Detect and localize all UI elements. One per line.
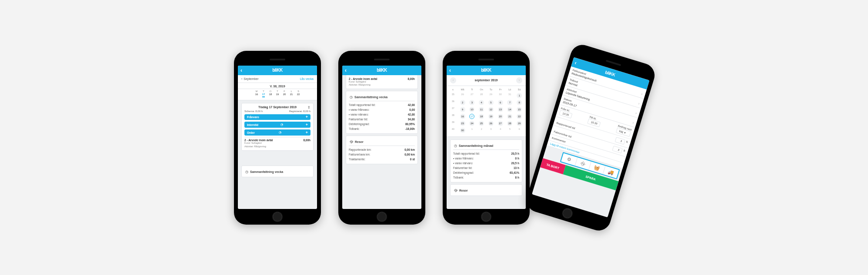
calendar-day-cell[interactable]: 11 xyxy=(477,106,486,113)
week-day-cell[interactable]: F20 xyxy=(281,90,288,98)
calendar-day-cell[interactable]: 31 xyxy=(505,92,515,99)
calendar-day-header: On xyxy=(477,87,486,92)
phone-2-screen: ‹ bliKK 2 - Arvode inom avtal 8,00h Kund… xyxy=(342,66,421,209)
week-day-cell[interactable]: S22 xyxy=(295,90,302,98)
calendar-day-cell[interactable]: 13 xyxy=(496,106,505,113)
calendar-day-cell[interactable]: 14 xyxy=(505,106,515,113)
summary-row: • varav närvaro:42,00 xyxy=(349,112,415,117)
calendar-day-cell[interactable]: 15 xyxy=(514,106,524,113)
calendar-day-cell[interactable]: 28 xyxy=(477,92,486,99)
entry-hours: 8,00h xyxy=(407,77,415,80)
reported-time-unit: h xyxy=(625,140,628,146)
summary-row: • varav närvaro:20,5 h xyxy=(453,161,519,166)
back-icon[interactable]: ‹ xyxy=(345,68,347,73)
lock-week-link[interactable]: Lås vecka xyxy=(300,77,314,80)
summary-row: • varav frånvaro:0 h xyxy=(453,156,519,161)
billable-time-unit: h xyxy=(623,149,626,154)
calendar-day-cell[interactable]: 30 xyxy=(458,127,467,134)
next-month-button[interactable]: › xyxy=(516,77,522,83)
calendar-day-cell[interactable]: 2 xyxy=(477,127,486,134)
calendar-day-cell[interactable]: 4 xyxy=(477,99,486,106)
time-entry[interactable]: 2 - Arvode inom avtal 8,00h Kund: Sofiag… xyxy=(244,137,310,148)
billable-time-input[interactable]: 3 xyxy=(612,146,623,153)
category-pill[interactable]: Interntid◔+ xyxy=(244,122,310,128)
calendar-day-cell[interactable]: 28 xyxy=(505,120,515,127)
calendar-day-cell[interactable]: 7 xyxy=(505,99,515,106)
calendar-day-cell[interactable]: 27 xyxy=(496,120,505,127)
calendar-day-cell[interactable]: 12 xyxy=(486,106,496,113)
week-number: 40 xyxy=(448,127,458,134)
truck-icon[interactable]: 🚚 xyxy=(602,166,619,178)
chevron-right-icon: › xyxy=(638,101,641,105)
back-icon[interactable]: ‹ xyxy=(449,68,451,73)
calendar-day-cell[interactable]: 4 xyxy=(496,127,505,134)
calendar-day-cell[interactable]: 2 xyxy=(458,99,467,106)
prev-month-button[interactable]: ‹ xyxy=(450,77,456,83)
calendar-day-cell[interactable]: 27 xyxy=(467,92,477,99)
calendar-day-cell[interactable]: 23 xyxy=(458,120,467,127)
calendar-day-cell[interactable]: 1 xyxy=(514,92,524,99)
phone-2-frame: ‹ bliKK 2 - Arvode inom avtal 8,00h Kund… xyxy=(338,51,425,225)
app-header: ‹ bliKK xyxy=(342,66,421,75)
calendar-day-cell[interactable]: 21 xyxy=(505,113,515,120)
category-pill[interactable]: Order◔+ xyxy=(244,129,310,136)
summary-row: Totalt rapporterad tid:20,5 h xyxy=(453,151,519,156)
summary-row: Rapporterade km:0,00 km xyxy=(349,147,415,152)
calendar-day-cell[interactable]: 9 xyxy=(458,106,467,113)
calendar-day-cell[interactable]: 26 xyxy=(458,92,467,99)
basket-icon[interactable]: 🧺 xyxy=(588,161,605,174)
clock-icon: ◷ xyxy=(350,95,353,99)
brand-logo: bliKK xyxy=(604,70,616,77)
calendar-day-cell[interactable]: 22 xyxy=(514,113,524,120)
calendar-day-cell[interactable]: 6 xyxy=(514,127,524,134)
road-icon: ⛗ xyxy=(350,140,353,144)
calendar-day-cell[interactable]: 17 xyxy=(467,113,477,120)
month-calendar: v.MåTiOnToFrLöSö352627282930311362345678… xyxy=(447,86,526,137)
calendar-day-cell[interactable]: 26 xyxy=(486,120,496,127)
calendar-day-header: Ti xyxy=(467,87,477,92)
travel-card: ⛗ Resor Rapporterade km:0,00 kmFakturerb… xyxy=(346,136,418,164)
calendar-day-cell[interactable]: 24 xyxy=(467,120,477,127)
category-pill[interactable]: Frånvaro+ xyxy=(244,114,310,120)
travel-label: Resor xyxy=(459,189,468,192)
calendar-day-cell[interactable]: 1 xyxy=(467,127,477,134)
calendar-day-cell[interactable]: 8 xyxy=(514,99,524,106)
week-day-cell[interactable]: T17 xyxy=(260,90,267,98)
phone-4-frame: ‹ bliKK Fakturatext Redovisningskonsult … xyxy=(524,42,658,233)
calendar-day-cell[interactable]: 10 xyxy=(467,106,477,113)
calendar-day-cell[interactable]: 19 xyxy=(486,113,496,120)
week-number: 38 xyxy=(448,113,458,120)
calendar-day-cell[interactable]: 3 xyxy=(467,99,477,106)
week-number: 35 xyxy=(448,92,458,99)
month-label: September xyxy=(244,77,258,80)
calendar-day-cell[interactable]: 18 xyxy=(477,113,486,120)
calendar-day-cell[interactable]: 6 xyxy=(496,99,505,106)
entry-title: 2 - Arvode inom avtal xyxy=(349,77,377,80)
summary-row: • varav frånvaro:0,00 xyxy=(349,107,415,112)
back-icon[interactable]: ‹ xyxy=(240,68,242,73)
back-icon[interactable]: ‹ xyxy=(574,60,577,65)
share-icon[interactable]: ⇪ xyxy=(307,106,310,109)
calendar-day-header: Må xyxy=(458,87,467,92)
calendar-day-cell[interactable]: 16 xyxy=(458,113,467,120)
calendar-day-cell[interactable]: 29 xyxy=(486,92,496,99)
week-day-cell[interactable]: L21 xyxy=(288,90,295,98)
calendar-day-cell[interactable]: 5 xyxy=(486,99,496,106)
calendar-day-cell[interactable]: 30 xyxy=(496,92,505,99)
week-day-cell[interactable]: T19 xyxy=(274,90,281,98)
calendar-day-cell[interactable]: 29 xyxy=(514,120,524,127)
calendar-day-cell[interactable]: 25 xyxy=(477,120,486,127)
summary-row: Fakturerbar tid:34,00 xyxy=(349,117,415,122)
calendar-day-cell[interactable]: 20 xyxy=(496,113,505,120)
calendar-day-cell[interactable]: 3 xyxy=(486,127,496,134)
week-day-cell[interactable]: M16 xyxy=(253,90,260,98)
month-back-link[interactable]: ‹ September xyxy=(241,77,259,80)
road-icon[interactable]: ⛗ xyxy=(574,157,591,169)
calendar-day-cell[interactable]: 5 xyxy=(505,127,515,134)
summary-row: Tidbank:-18,00h xyxy=(349,126,415,131)
app-header: ‹ bliKK xyxy=(238,66,317,75)
deduct-break-value: Välj xyxy=(619,129,624,133)
week-day-cell[interactable]: O18 xyxy=(267,90,274,98)
reported-time-input[interactable]: 3 xyxy=(615,137,626,145)
phone-3-screen: ‹ bliKK ‹ september 2019 › v.MåTiOnToFrL… xyxy=(447,66,526,209)
